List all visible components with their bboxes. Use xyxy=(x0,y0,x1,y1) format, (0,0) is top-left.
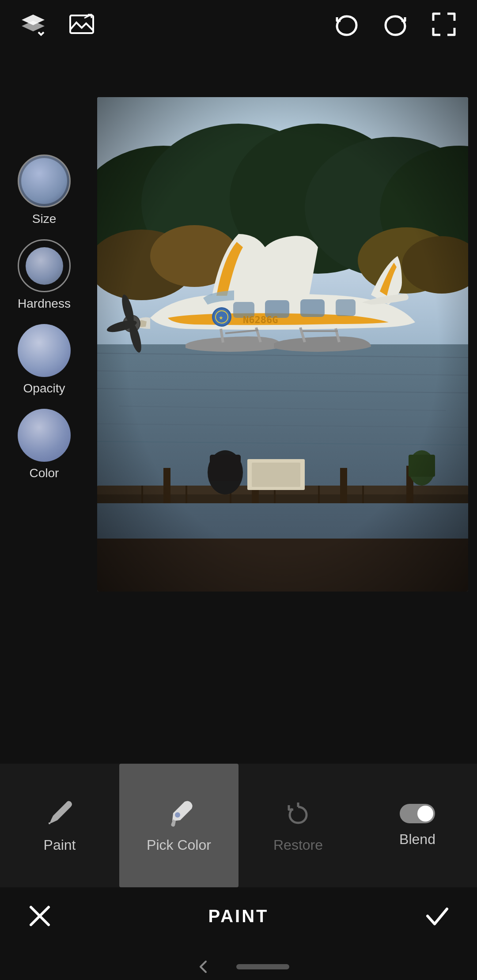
paint-icon xyxy=(44,798,75,829)
cancel-icon xyxy=(26,903,53,929)
main-area: Size Hardness Opacity Color xyxy=(0,49,477,640)
top-bar xyxy=(0,0,477,49)
canvas[interactable]: N6286G ★ xyxy=(97,97,468,592)
svg-marker-1 xyxy=(22,21,45,31)
middle-spacer xyxy=(0,640,477,764)
bottom-toolbar: Paint Pick Color Restore Blend xyxy=(0,764,477,887)
pick-color-label: Pick Color xyxy=(147,837,211,853)
confirm-button[interactable] xyxy=(420,898,455,934)
redo-button[interactable] xyxy=(380,9,411,40)
color-control[interactable]: Color xyxy=(18,409,71,480)
opacity-label: Opacity xyxy=(23,381,65,396)
size-circle xyxy=(18,155,71,207)
opacity-control[interactable]: Opacity xyxy=(18,324,71,396)
cancel-button[interactable] xyxy=(22,898,57,934)
system-nav xyxy=(0,945,477,980)
size-control[interactable]: Size xyxy=(18,155,71,226)
blend-label: Blend xyxy=(399,831,435,848)
tab-paint[interactable]: Paint xyxy=(0,764,119,887)
top-bar-right xyxy=(331,9,459,40)
color-label: Color xyxy=(30,466,59,480)
undo-button[interactable] xyxy=(331,9,362,40)
image-area[interactable]: N6286G ★ xyxy=(88,57,477,631)
opacity-circle xyxy=(18,324,71,377)
image-button[interactable] xyxy=(66,9,97,40)
svg-rect-61 xyxy=(97,97,468,592)
home-pill[interactable] xyxy=(236,964,289,969)
back-button[interactable] xyxy=(188,951,219,980)
color-circle xyxy=(18,409,71,462)
layers-button[interactable] xyxy=(18,9,49,40)
tab-blend[interactable]: Blend xyxy=(358,764,477,887)
bottom-action-bar: PAINT xyxy=(0,887,477,945)
svg-rect-62 xyxy=(49,822,50,824)
fullscreen-button[interactable] xyxy=(428,9,459,40)
canvas-svg: N6286G ★ xyxy=(97,97,468,592)
restore-label: Restore xyxy=(273,837,323,853)
svg-point-63 xyxy=(175,812,180,818)
hardness-circle xyxy=(18,239,71,292)
hardness-control[interactable]: Hardness xyxy=(18,239,71,311)
blend-toggle[interactable] xyxy=(400,804,435,823)
hardness-label: Hardness xyxy=(18,297,71,311)
size-label: Size xyxy=(32,212,56,226)
confirm-icon xyxy=(424,903,450,929)
svg-rect-2 xyxy=(70,15,93,33)
pick-color-icon xyxy=(163,798,194,829)
tab-pick-color[interactable]: Pick Color xyxy=(119,764,238,887)
paint-label: Paint xyxy=(44,837,76,853)
top-bar-left xyxy=(18,9,97,40)
restore-icon xyxy=(283,798,314,829)
back-icon xyxy=(194,958,212,976)
page-title: PAINT xyxy=(208,906,269,926)
tab-restore[interactable]: Restore xyxy=(238,764,358,887)
left-panel: Size Hardness Opacity Color xyxy=(0,57,88,631)
